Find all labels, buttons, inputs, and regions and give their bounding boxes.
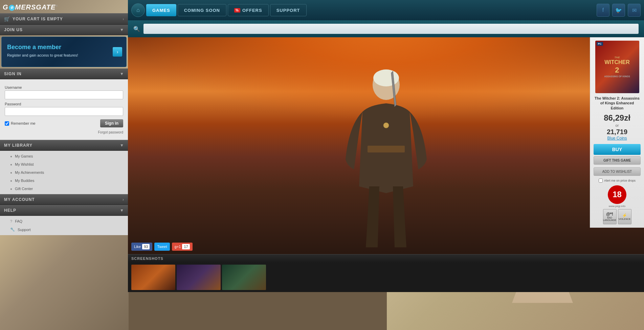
wishlist-button[interactable]: ADD TO WISHLIST	[594, 167, 641, 176]
screenshots-label: SCREENSHOTS	[131, 256, 163, 261]
offers-label: OFFERS	[242, 8, 262, 13]
password-label: Password	[5, 102, 123, 106]
username-label: Username	[5, 85, 123, 89]
buddies-icon: ●	[10, 179, 12, 183]
help-support-label: Support	[18, 228, 31, 232]
library-item-games[interactable]: ● My Games	[0, 152, 128, 160]
member-banner: Become a member Register and gain access…	[1, 37, 127, 67]
hero-character	[315, 51, 457, 254]
screenshot-thumb-2[interactable]	[177, 265, 221, 290]
offers-nav-button[interactable]: % OFFERS	[228, 4, 269, 16]
bad-language-label: BAD LANGUAGE	[603, 216, 616, 221]
help-header[interactable]: HELP ▼	[0, 205, 128, 216]
search-icon: 🔍	[133, 26, 140, 32]
forgot-password-link[interactable]: Forgot password	[98, 130, 123, 134]
signin-arrow-icon: ▼	[120, 71, 124, 76]
username-input[interactable]	[5, 90, 123, 99]
game-cover: PC THE WITCHER 2 ASSASSINS OF KINGS	[595, 41, 639, 93]
help-item-faq[interactable]: ? FAQ	[0, 217, 128, 225]
signin-bar[interactable]: SIGN IN ▼	[0, 68, 128, 79]
support-nav-button[interactable]: SUPPORT	[270, 4, 307, 16]
help-arrow-icon: ▼	[120, 208, 124, 213]
signin-button[interactable]: Sign in	[100, 119, 123, 127]
member-banner-description: Register and gain access to great featur…	[7, 53, 121, 58]
violence-label: VIOLENCE	[619, 218, 630, 220]
google-plus-button[interactable]: g+1 17	[172, 243, 193, 251]
facebook-like-button[interactable]: Like 93	[131, 243, 152, 251]
offers-badge: %	[234, 8, 240, 13]
library-games-label: My Games	[15, 154, 33, 158]
top-navigation: ⌂ GAMES COMING SOON % OFFERS SUPPORT f 🐦…	[128, 0, 644, 20]
search-bar: 🔍	[128, 20, 644, 37]
my-library-header[interactable]: MY LIBRARY ▼	[0, 140, 128, 151]
my-library-label: MY LIBRARY	[4, 143, 32, 148]
screenshots-bar: SCREENSHOTS	[128, 254, 644, 263]
library-item-achievements[interactable]: ● My Achievements	[0, 168, 128, 177]
my-account-label: MY ACCOUNT	[4, 197, 35, 202]
email-icon: ✉	[632, 7, 637, 14]
age-rating: 18 www.pegi.info @*! BAD LANGUAGE ⚡ VIOL…	[594, 185, 641, 224]
coins-amount: 21,719	[594, 128, 641, 136]
my-account-arrow-icon: ›	[123, 197, 124, 202]
coming-soon-nav-button[interactable]: COMING SOON	[178, 4, 226, 16]
library-item-buddies[interactable]: ● My Buddies	[0, 177, 128, 185]
twitter-button[interactable]: 🐦	[612, 4, 625, 17]
facebook-icon: f	[602, 7, 604, 13]
gift-button[interactable]: GIFT THIS GAME	[594, 156, 641, 165]
gift-icon: ●	[10, 187, 12, 191]
screenshot-thumb-3[interactable]	[222, 265, 266, 290]
facebook-button[interactable]: f	[597, 4, 609, 17]
logo-gear-icon: ⚙	[9, 5, 15, 11]
svg-point-1	[373, 69, 399, 86]
support-icon: 🔧	[10, 227, 15, 232]
blue-coins-link[interactable]: Blue Coins	[594, 136, 641, 141]
content-icons: @*! BAD LANGUAGE ⚡ VIOLENCE	[594, 209, 641, 224]
achievements-icon: ●	[10, 171, 12, 174]
my-library-arrow-icon: ▼	[120, 143, 124, 148]
twitter-tweet-button[interactable]: Tweet	[154, 243, 170, 251]
gp-count: 17	[182, 244, 190, 249]
svg-point-3	[383, 123, 389, 128]
home-button[interactable]: ⌂	[131, 3, 145, 17]
library-gift-label: Gift Center	[15, 187, 33, 191]
price-alert-label: Alert me on price drops	[604, 179, 636, 182]
member-banner-button[interactable]: ›	[113, 47, 122, 57]
game-title: The Witcher 2: Assassins of Kings Enhanc…	[594, 96, 641, 110]
faq-icon: ?	[10, 219, 12, 223]
library-item-wishlist[interactable]: ● My Wishlist	[0, 160, 128, 168]
library-buddies-label: My Buddies	[15, 179, 34, 183]
cart-bar[interactable]: 🛒 YOUR CART IS EMPTY ›	[0, 13, 128, 25]
product-panel: PC THE WITCHER 2 ASSASSINS OF KINGS The …	[590, 37, 644, 228]
password-input[interactable]	[5, 107, 123, 116]
remember-label: Remember me	[11, 121, 36, 125]
game-cover-logo: THE WITCHER 2 ASSASSINS OF KINGS	[601, 53, 633, 82]
email-button[interactable]: ✉	[628, 4, 641, 17]
search-input[interactable]	[143, 24, 639, 34]
signin-form: Username Password Remember me Sign in Fo…	[0, 79, 128, 140]
member-banner-heading: Become a member	[7, 44, 121, 51]
help-faq-label: FAQ	[15, 219, 22, 223]
fb-like-count: 93	[142, 244, 150, 249]
price-alert-checkbox[interactable]	[599, 179, 603, 183]
social-share-bar: Like 93 Tweet g+1 17	[128, 243, 196, 251]
twitter-tweet-label: Tweet	[157, 245, 167, 249]
game-price: 86,29zł	[594, 113, 641, 123]
logo-area: G⚙MERSGATE®	[0, 0, 128, 13]
buy-button[interactable]: BUY	[594, 144, 641, 155]
screenshot-thumb-1[interactable]	[131, 265, 175, 290]
remember-checkbox[interactable]	[5, 121, 9, 126]
wishlist-icon: ●	[10, 163, 12, 166]
games-nav-button[interactable]: GAMES	[146, 4, 176, 16]
fb-like-label: Like	[134, 245, 141, 249]
age-url: www.pegi.info	[594, 205, 641, 208]
site-logo: G⚙MERSGATE®	[3, 3, 58, 11]
library-item-gift-center[interactable]: ● Gift Center	[0, 185, 128, 193]
help-label: HELP	[4, 208, 16, 213]
my-account-header[interactable]: MY ACCOUNT ›	[0, 194, 128, 205]
join-us-label: JOIN US	[4, 27, 23, 32]
games-icon: ●	[10, 154, 12, 158]
home-icon: ⌂	[136, 7, 140, 13]
help-item-support[interactable]: 🔧 Support	[0, 225, 128, 234]
join-us-bar[interactable]: JOIN US ▼	[0, 25, 128, 35]
library-wishlist-label: My Wishlist	[15, 162, 34, 166]
